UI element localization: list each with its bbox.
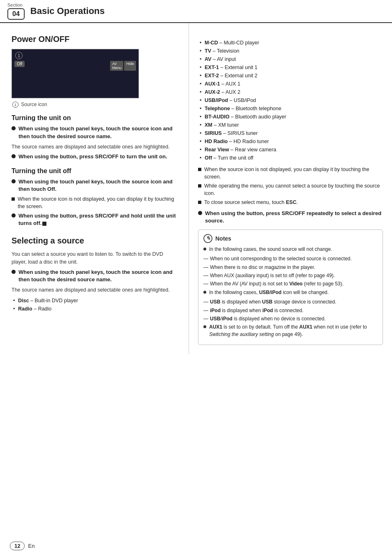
note-sub-item: USB/iPod is displayed when no device is … <box>203 315 378 322</box>
source-list-item: AUX-1 – AUX 1 <box>198 80 383 88</box>
square-dot <box>198 201 201 204</box>
selecting-source-bullet1: When using the touch panel keys, touch t… <box>12 269 180 283</box>
turning-on-bullet2-text: When using the button, press SRC/OFF to … <box>18 153 167 160</box>
right-src-bullet-text: When using the button, press SRC/OFF rep… <box>205 210 383 225</box>
bullet-dot <box>12 213 16 218</box>
bullet-dot <box>12 126 16 130</box>
notes-box: ✎ Notes In the following cases, the soun… <box>198 229 383 345</box>
bullet-dot <box>12 154 16 158</box>
note-sub-item: When the AV (AV input) is not set to Vid… <box>203 280 378 287</box>
notes-content: In the following cases, the sound source… <box>203 246 378 338</box>
left-column: Power ON/OFF 1 Off AVMenu Hide 1 Source … <box>0 23 189 354</box>
source-list-item: Disc – Built-in DVD player <box>12 297 180 305</box>
turning-off-bullet1-text: When using the touch panel keys, touch t… <box>18 178 180 193</box>
source-list-item: AUX-2 – AUX 2 <box>198 88 383 96</box>
note-sub-item: iPod is displayed when iPod is connected… <box>203 307 378 314</box>
mock-right-buttons: AVMenu Hide <box>110 61 136 71</box>
device-screenshot: 1 Off AVMenu Hide <box>12 49 139 98</box>
source-list-item: Off – Turn the unit off <box>198 154 383 162</box>
note-sub-item: When AUX (auxiliary input) is set to off… <box>203 272 378 279</box>
right-square3-text: To close source select menu, touch ESC. <box>204 199 298 206</box>
notes-title: Notes <box>215 235 231 242</box>
source-list-item: TV – Television <box>198 47 383 55</box>
note-dot <box>203 248 206 250</box>
note-bullet: AUX1 is set to on by default. Turn off t… <box>203 324 378 338</box>
source-list-left: Disc – Built-in DVD playerRadio – Radio <box>12 297 180 313</box>
stop-icon <box>42 222 46 226</box>
square-dot <box>12 197 15 201</box>
main-content: Power ON/OFF 1 Off AVMenu Hide 1 Source … <box>0 23 392 354</box>
right-column: M-CD – Multi-CD playerTV – TelevisionAV … <box>189 23 392 354</box>
note-item-2: AUX1 is set to on by default. Turn off t… <box>203 324 378 338</box>
selecting-source-bullet1-text: When using the touch panel keys, touch t… <box>18 269 180 283</box>
right-square1: When the source icon is not displayed, y… <box>198 166 383 181</box>
section-number: 04 <box>7 8 25 20</box>
notes-icon: ✎ <box>203 234 212 243</box>
turning-on-body1: The source names are displayed and selec… <box>12 143 180 151</box>
page-number: 12 <box>10 542 25 550</box>
note-sub-item: USB is displayed when USB storage device… <box>203 299 378 306</box>
section-label: Section <box>7 2 25 7</box>
source-icon-caption: 1 Source icon <box>12 102 180 108</box>
selecting-source-intro: You can select a source you want to list… <box>12 250 180 266</box>
selecting-source-body1: The source names are displayed and selec… <box>12 286 180 294</box>
turning-off-square1: When the source icon is not displayed, y… <box>12 196 180 210</box>
source-list-item: EXT-1 – External unit 1 <box>198 63 383 72</box>
notes-header: ✎ Notes <box>203 234 378 243</box>
section-info: Section 04 <box>7 2 25 20</box>
page-header: Section 04 Basic Operations <box>0 0 392 23</box>
source-list-item: AV – AV input <box>198 55 383 63</box>
source-list-item: Telephone – Bluetooth telephone <box>198 104 383 113</box>
square-dot <box>198 184 201 188</box>
turning-off-bullet1: When using the touch panel keys, touch t… <box>12 178 180 193</box>
note-dot <box>203 325 206 328</box>
annotation-circle-1: 1 <box>15 52 23 59</box>
source-list-right: M-CD – Multi-CD playerTV – TelevisionAV … <box>198 39 383 162</box>
right-src-bullet: When using the button, press SRC/OFF rep… <box>198 210 383 225</box>
turning-on-bullet2: When using the button, press SRC/OFF to … <box>12 153 180 160</box>
caption-circle: 1 <box>12 102 18 108</box>
av-menu-button-mock: AVMenu <box>110 61 124 71</box>
chapter-title: Basic Operations <box>30 6 105 16</box>
note-dot <box>203 291 206 294</box>
page-lang: En <box>28 543 35 549</box>
right-square3: To close source select menu, touch ESC. <box>198 199 383 206</box>
square-dot <box>198 168 201 171</box>
turning-off-title: Turning the unit off <box>12 167 180 175</box>
mock-toolbar: Off <box>14 61 25 67</box>
page-footer: 12 En <box>10 542 35 550</box>
right-square2: While operating the menu, you cannot sel… <box>198 183 383 197</box>
source-list-item: Rear View – Rear view camera <box>198 146 383 154</box>
note-item-1: In the following cases, USB/iPod icon wi… <box>203 289 378 323</box>
power-onoff-title: Power ON/OFF <box>12 35 180 44</box>
note-sub-item: When there is no disc or magazine in the… <box>203 264 378 271</box>
note-bullet: In the following cases, the sound source… <box>203 246 378 253</box>
bullet-dot <box>12 270 16 274</box>
source-list-item: SIRIUS – SIRIUS tuner <box>198 129 383 137</box>
note-sub-item: When no unit corresponding to the select… <box>203 255 378 262</box>
source-list-item: EXT-2 – External unit 2 <box>198 72 383 80</box>
source-list-item: Radio – Radio <box>12 305 180 313</box>
selecting-source-title: Selecting a source <box>12 236 180 246</box>
bullet-dot <box>198 211 202 215</box>
turning-off-bullet2-text: When using the button, press SRC/OFF and… <box>18 212 180 227</box>
source-list-item: XM – XM tuner <box>198 121 383 129</box>
source-list-item: M-CD – Multi-CD player <box>198 39 383 47</box>
off-button-mock: Off <box>14 61 25 67</box>
turning-on-bullet1-text: When using the touch panel keys, touch t… <box>18 125 180 140</box>
source-list-item: HD Radio – HD Radio tuner <box>198 137 383 146</box>
turning-off-bullet2: When using the button, press SRC/OFF and… <box>12 212 180 227</box>
note-bullet: In the following cases, USB/iPod icon wi… <box>203 289 378 296</box>
bullet-dot <box>12 179 16 183</box>
turning-off-bullet2-strong: When using the button, press SRC/OFF and… <box>18 213 176 226</box>
source-list-item: USB/iPod – USB/iPod <box>198 96 383 104</box>
turning-on-title: Turning the unit on <box>12 114 180 122</box>
note-item-0: In the following cases, the sound source… <box>203 246 378 288</box>
hide-button-mock: Hide <box>124 61 136 71</box>
turning-on-bullet1: When using the touch panel keys, touch t… <box>12 125 180 140</box>
source-list-item: BT-AUDIO – Bluetooth audio player <box>198 113 383 121</box>
